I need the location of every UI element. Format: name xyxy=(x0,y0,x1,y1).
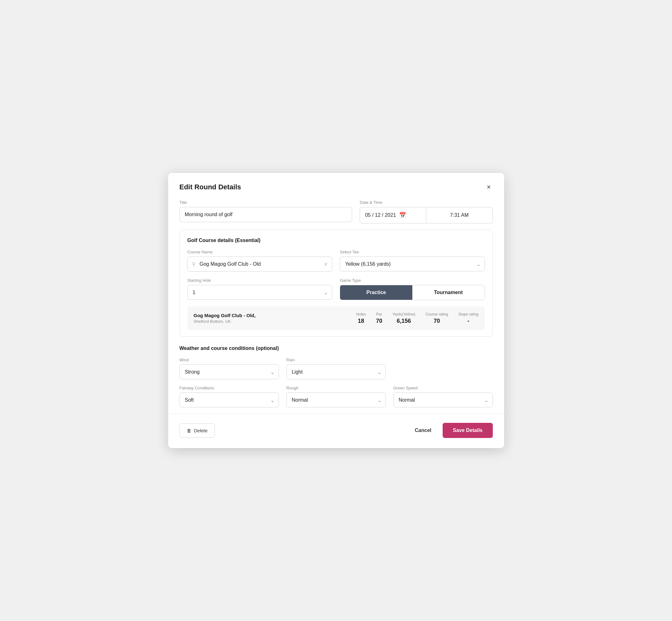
datetime-label: Date & Time xyxy=(360,200,493,205)
course-name-label: Course Name xyxy=(187,250,333,254)
footer-divider xyxy=(168,414,504,414)
hole-select[interactable]: 1 xyxy=(187,285,333,300)
starting-hole-group: Starting Hole 1 ⌄ xyxy=(187,278,333,300)
wind-group: Wind Calm Light Moderate Strong Very Str… xyxy=(179,358,279,379)
clear-course-icon[interactable]: ✕ xyxy=(324,261,328,267)
datetime-group: Date & Time 05 / 12 / 2021 📅 7:31 AM xyxy=(360,200,493,223)
course-info-bar: Gog Magog Golf Club - Old, Shelford Bott… xyxy=(187,306,485,330)
golf-course-section: Golf Course details (Essential) Course N… xyxy=(179,230,493,337)
modal-title: Edit Round Details xyxy=(179,183,241,191)
modal-header: Edit Round Details × xyxy=(179,183,493,191)
course-name-group: Course Name ⚲ ✕ xyxy=(187,250,333,272)
course-info-name: Gog Magog Golf Club - Old, Shelford Bott… xyxy=(194,313,356,324)
course-name-display: Gog Magog Golf Club - Old, xyxy=(194,313,356,318)
yards-value: 6,156 xyxy=(397,318,411,324)
select-tee-label: Select Tee xyxy=(340,250,485,254)
tournament-button[interactable]: Tournament xyxy=(412,285,485,300)
yards-label: Yards(Yellow) xyxy=(392,312,416,317)
delete-label: Delete xyxy=(194,428,208,433)
game-type-label: Game Type xyxy=(340,278,485,283)
slope-rating-value: - xyxy=(467,318,469,324)
game-type-group: Game Type Practice Tournament xyxy=(340,278,485,300)
close-button[interactable]: × xyxy=(485,183,493,191)
par-value: 70 xyxy=(376,318,382,324)
course-location: Shelford Bottom, UK xyxy=(194,319,356,324)
fairway-rough-green-row: Fairway Conditions Dry Normal Soft Wet ⌄… xyxy=(179,385,493,407)
date-time-row: 05 / 12 / 2021 📅 7:31 AM xyxy=(360,207,493,223)
fairway-select[interactable]: Dry Normal Soft Wet xyxy=(179,392,279,407)
course-stats: Holes 18 Par 70 Yards(Yellow) 6,156 Cour… xyxy=(356,312,478,324)
rain-group: Rain None Light Moderate Heavy ⌄ xyxy=(287,358,386,379)
green-speed-group: Green Speed Slow Normal Fast Very Fast ⌄ xyxy=(393,385,493,407)
course-name-input[interactable] xyxy=(187,256,333,272)
edit-round-modal: Edit Round Details × Title Date & Time 0… xyxy=(168,173,504,448)
title-label: Title xyxy=(179,200,352,205)
green-speed-label: Green Speed xyxy=(393,385,493,390)
tee-select[interactable]: Yellow (6,156 yards) xyxy=(340,256,485,272)
holes-value: 18 xyxy=(358,318,364,324)
game-type-toggle: Practice Tournament xyxy=(340,285,485,300)
weather-section: Weather and course conditions (optional)… xyxy=(179,345,493,407)
tee-select-wrapper: Yellow (6,156 yards) ⌄ xyxy=(340,256,485,272)
course-rating-label: Course rating xyxy=(425,312,448,317)
wind-label: Wind xyxy=(179,358,279,362)
stat-par: Par 70 xyxy=(376,312,382,324)
title-input[interactable] xyxy=(179,207,352,222)
course-rating-value: 70 xyxy=(433,318,440,324)
fairway-group: Fairway Conditions Dry Normal Soft Wet ⌄ xyxy=(179,385,279,407)
fairway-label: Fairway Conditions xyxy=(179,385,279,390)
hole-select-wrapper: 1 ⌄ xyxy=(187,285,333,300)
weather-spacer xyxy=(393,358,493,379)
select-tee-group: Select Tee Yellow (6,156 yards) ⌄ xyxy=(340,250,485,272)
save-button[interactable]: Save Details xyxy=(443,423,493,438)
footer-row: 🗑 Delete Cancel Save Details xyxy=(179,423,493,438)
rain-select[interactable]: None Light Moderate Heavy xyxy=(287,365,386,379)
slope-rating-label: Slope rating xyxy=(458,312,478,317)
rain-select-wrapper: None Light Moderate Heavy ⌄ xyxy=(287,365,386,379)
trash-icon: 🗑 xyxy=(187,428,192,433)
starting-hole-label: Starting Hole xyxy=(187,278,333,283)
rough-select-wrapper: Short Normal Long ⌄ xyxy=(287,392,386,407)
time-field[interactable]: 7:31 AM xyxy=(426,207,493,223)
wind-select[interactable]: Calm Light Moderate Strong Very Strong xyxy=(179,365,279,379)
green-speed-select-wrapper: Slow Normal Fast Very Fast ⌄ xyxy=(393,392,493,407)
hole-gametype-row: Starting Hole 1 ⌄ Game Type Practice Tou… xyxy=(187,278,485,300)
rain-label: Rain xyxy=(287,358,386,362)
course-tee-row: Course Name ⚲ ✕ Select Tee Yellow (6,156… xyxy=(187,250,485,272)
footer-right: Cancel Save Details xyxy=(410,423,493,438)
stat-holes: Holes 18 xyxy=(356,312,366,324)
wind-select-wrapper: Calm Light Moderate Strong Very Strong ⌄ xyxy=(179,365,279,379)
rough-group: Rough Short Normal Long ⌄ xyxy=(287,385,386,407)
holes-label: Holes xyxy=(356,312,366,317)
calendar-icon: 📅 xyxy=(399,212,406,219)
fairway-select-wrapper: Dry Normal Soft Wet ⌄ xyxy=(179,392,279,407)
green-speed-select[interactable]: Slow Normal Fast Very Fast xyxy=(393,392,493,407)
wind-rain-row: Wind Calm Light Moderate Strong Very Str… xyxy=(179,358,493,379)
course-name-search-wrapper: ⚲ ✕ xyxy=(187,256,333,272)
stat-slope-rating: Slope rating - xyxy=(458,312,478,324)
weather-title: Weather and course conditions (optional) xyxy=(179,345,493,351)
title-group: Title xyxy=(179,200,352,223)
title-datetime-row: Title Date & Time 05 / 12 / 2021 📅 7:31 … xyxy=(179,200,493,223)
stat-yards: Yards(Yellow) 6,156 xyxy=(392,312,416,324)
golf-course-title: Golf Course details (Essential) xyxy=(187,238,485,243)
time-value: 7:31 AM xyxy=(450,212,469,218)
rough-label: Rough xyxy=(287,385,386,390)
cancel-button[interactable]: Cancel xyxy=(410,423,436,437)
stat-course-rating: Course rating 70 xyxy=(425,312,448,324)
delete-button[interactable]: 🗑 Delete xyxy=(179,423,215,438)
date-value: 05 / 12 / 2021 xyxy=(365,212,396,218)
rough-select[interactable]: Short Normal Long xyxy=(287,392,386,407)
par-label: Par xyxy=(376,312,382,317)
search-icon: ⚲ xyxy=(192,261,196,267)
date-field[interactable]: 05 / 12 / 2021 📅 xyxy=(360,207,426,223)
practice-button[interactable]: Practice xyxy=(340,285,412,300)
